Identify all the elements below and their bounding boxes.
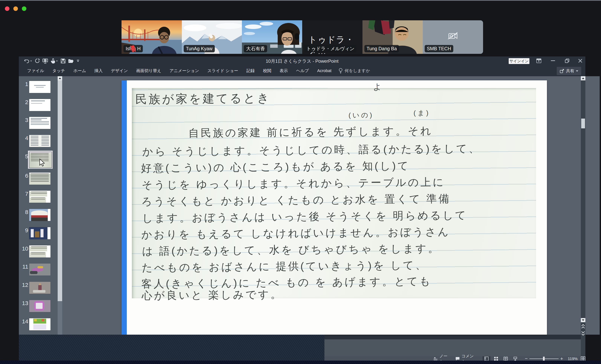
thumbnail-number-10: 10 — [20, 245, 28, 252]
ribbon-tab-3[interactable]: ホーム — [69, 65, 90, 76]
ribbon-tab-9[interactable]: 記録 — [242, 65, 259, 76]
slide-thumbnail-7[interactable] — [29, 191, 50, 203]
thumbnail-number-13: 13 — [20, 300, 28, 307]
screen-top-edge — [0, 0, 601, 1]
thumbnail-number-5: 5 — [20, 153, 28, 160]
close-icon[interactable] — [577, 57, 584, 64]
thumbnail-number-4: 4 — [20, 135, 28, 141]
ribbon-tab-1[interactable]: ファイル — [23, 65, 48, 76]
slide-thumbnail-13[interactable] — [29, 300, 50, 312]
vertical-scrollbar[interactable] — [581, 76, 585, 356]
sign-in-button[interactable]: サインイン — [509, 58, 529, 64]
screen-share-overlay — [19, 335, 324, 361]
thumbnail-scrollbar-track[interactable] — [58, 301, 62, 335]
participant-tile-2[interactable]: TunAg Kyaw — [182, 20, 242, 54]
participant-name-badge: Isfan H — [123, 45, 143, 52]
scroll-down-button[interactable] — [581, 318, 585, 322]
ribbon-tab-8[interactable]: スライド ショー — [203, 65, 242, 76]
zoom-percent[interactable]: 119% — [567, 356, 578, 361]
zoom-slider-thumb[interactable] — [543, 357, 545, 361]
slide-thumbnail-4[interactable] — [29, 135, 50, 147]
handwriting-line-13: たべものを おばさんに 提供(ていきょう)を して、 — [142, 258, 428, 275]
handwriting-line-1: 民族が家を建てるとき — [135, 90, 271, 107]
handwritten-notebook-photo: 民族が家を建てるときよ(いの)(ま)自民族の家建 前に祈るを 先ずします。それか… — [132, 88, 536, 298]
participant-tile-5[interactable]: Tung Dang Ba — [362, 20, 423, 54]
minimize-icon[interactable] — [550, 57, 556, 64]
slide-thumbnail-12[interactable] — [29, 282, 50, 294]
scroll-up-button[interactable] — [581, 76, 585, 80]
slide-thumbnail-14[interactable] — [29, 318, 50, 330]
slide-thumbnail-11[interactable] — [29, 263, 50, 276]
traffic-light-minimize[interactable] — [13, 6, 18, 11]
share-button[interactable]: 共有 — [557, 67, 581, 75]
handwriting-line-5: 自民族の家建 前に祈るを 先ずします。それ — [188, 124, 433, 140]
participant-tile-4[interactable]: トゥドラ・メ…トゥドラ・メルヴィン — [302, 20, 362, 54]
traffic-light-zoom[interactable] — [22, 6, 26, 11]
thumbnail-number-3: 3 — [20, 117, 28, 123]
fit-to-window-button[interactable] — [581, 356, 585, 361]
handwriting-line-8: そうじを ゆっくりします。それから、テーブルの上に — [142, 175, 445, 192]
ribbon-tab-11[interactable]: 表示 — [275, 65, 292, 76]
participant-name: 大石有香 — [246, 46, 265, 51]
slide-thumbnail-2[interactable] — [29, 99, 50, 111]
ribbon-tab-12[interactable]: ヘルプ — [292, 65, 313, 76]
slide-thumbnail-3[interactable] — [29, 117, 50, 129]
lightbulb-icon — [339, 68, 343, 74]
comment-icon — [455, 356, 460, 361]
ribbon-tab-6[interactable]: 画面切り替え — [132, 65, 165, 76]
view-reading-button[interactable] — [502, 356, 510, 361]
handwriting-line-11: かおりを もえるて しなければいけません。おぼうさん — [141, 225, 450, 242]
handwriting-line-12: は 語(かたる)をして、水を びちゃびちゃ をします。 — [142, 241, 440, 259]
ribbon-tab-2[interactable]: タッチ — [48, 65, 69, 76]
thumbnail-number-2: 2 — [20, 99, 28, 105]
participant-name-badge: 大石有香 — [244, 45, 267, 52]
tell-me-label: 何をしますか — [345, 68, 370, 74]
tell-me-search[interactable]: 何をしますか — [339, 68, 370, 74]
scrollbar-thumb[interactable] — [581, 119, 585, 128]
thumbnail-number-1: 1 — [20, 81, 28, 87]
ribbon-display-options-icon[interactable] — [535, 57, 542, 64]
participant-tile-6[interactable]: SMB TECH — [423, 20, 483, 54]
ribbon-tabs: ファイルタッチホーム挿入デザイン画面切り替えアニメーションスライド ショー記録校… — [23, 65, 336, 76]
thumbnail-scroll-up-button[interactable] — [58, 76, 62, 80]
thumbnail-number-8: 8 — [20, 209, 28, 215]
share-label: 共有 — [566, 68, 574, 74]
powerpoint-window: 10月1日 さくらクラス - PowerPoint サインイン ファイルタッチホ… — [19, 57, 585, 361]
next-slide-button[interactable] — [581, 331, 585, 336]
handwriting-line-15: 心が良いと 楽しみです。 — [142, 287, 283, 303]
zoom-slider[interactable] — [529, 359, 559, 359]
slide-thumbnail-10[interactable] — [29, 245, 50, 258]
slide-canvas[interactable]: 民族が家を建てるときよ(いの)(ま)自民族の家建 前に祈るを 先ずします。それか… — [121, 80, 547, 335]
ribbon-tab-10[interactable]: 校閲 — [259, 65, 275, 76]
slide-thumbnail-panel: 1 2 3 4 5 67 8 9 10 11 12 13 14 — [19, 76, 58, 335]
thumbnail-scrollbar[interactable] — [58, 76, 62, 335]
ribbon-tab-row: ファイルタッチホーム挿入デザイン画面切り替えアニメーションスライド ショー記録校… — [19, 65, 585, 76]
thumbnail-number-9: 9 — [20, 227, 28, 234]
view-normal-button[interactable] — [482, 356, 491, 361]
handwriting-line-3: (いの) — [349, 110, 374, 120]
view-slide-sorter-button[interactable] — [492, 356, 500, 361]
handwriting-line-10: します。おぼうさんは いった後 そうそくを 明らめるして — [142, 208, 468, 226]
restore-icon[interactable] — [564, 57, 571, 64]
slide-thumbnail-8[interactable] — [29, 209, 50, 221]
slide-thumbnail-1[interactable] — [29, 81, 50, 93]
participant-tile-3[interactable]: 大石有香 — [242, 20, 302, 54]
participant-name-badge: SMB TECH — [425, 45, 453, 52]
handwriting-line-9: ろうそくもと かおりと くたもの とお水を 置くて 準備 — [141, 192, 451, 209]
ribbon-tab-5[interactable]: デザイン — [107, 65, 132, 76]
thumbnail-number-6: 6 — [20, 172, 28, 179]
ribbon-tab-4[interactable]: 挿入 — [90, 65, 107, 76]
ribbon-tab-7[interactable]: アニメーション — [165, 65, 203, 76]
traffic-light-close[interactable] — [5, 6, 10, 11]
ribbon-tab-13[interactable]: Acrobat — [313, 65, 336, 76]
previous-slide-button[interactable] — [581, 324, 585, 329]
slide-accent-stripe — [121, 80, 127, 335]
mouse-cursor — [39, 159, 45, 167]
view-slideshow-button[interactable] — [511, 356, 519, 361]
slide-thumbnail-9[interactable] — [29, 227, 50, 239]
share-icon — [560, 69, 564, 73]
slide-thumbnail-6[interactable] — [29, 172, 50, 185]
participant-name-badge: Tung Dang Ba — [364, 45, 399, 52]
slide-thumbnail-5-selected[interactable] — [28, 151, 53, 169]
participant-tile-1[interactable]: Isfan H — [121, 20, 182, 54]
